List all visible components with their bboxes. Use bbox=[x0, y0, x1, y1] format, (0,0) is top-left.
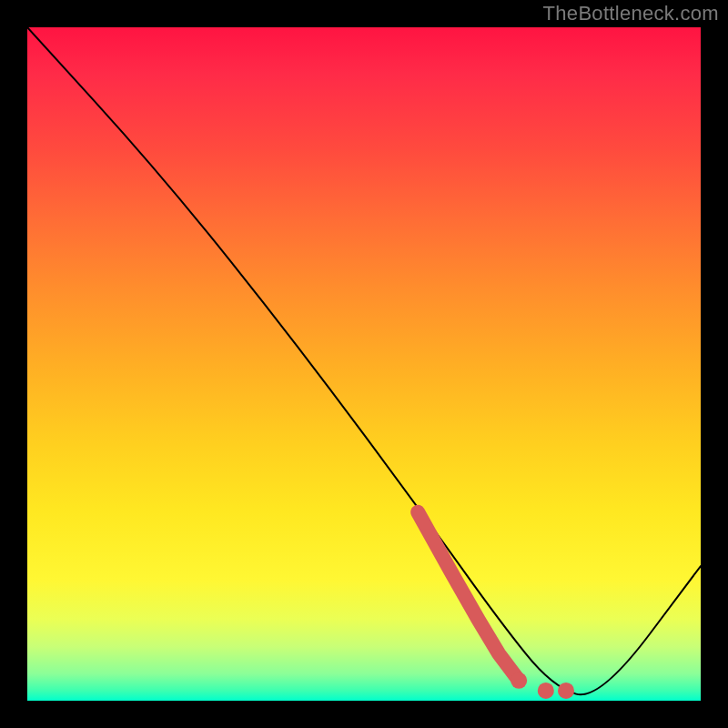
chart-svg bbox=[27, 27, 701, 701]
highlight-dots bbox=[511, 672, 574, 699]
chart-container: TheBottleneck.com bbox=[0, 0, 728, 728]
bottleneck-curve-path bbox=[27, 27, 701, 694]
highlight-dot bbox=[558, 682, 574, 699]
highlight-dot bbox=[511, 672, 527, 689]
highlight-dot bbox=[538, 682, 554, 699]
watermark-text: TheBottleneck.com bbox=[543, 2, 719, 25]
plot-area bbox=[27, 27, 701, 701]
highlight-segment-path bbox=[418, 512, 519, 681]
